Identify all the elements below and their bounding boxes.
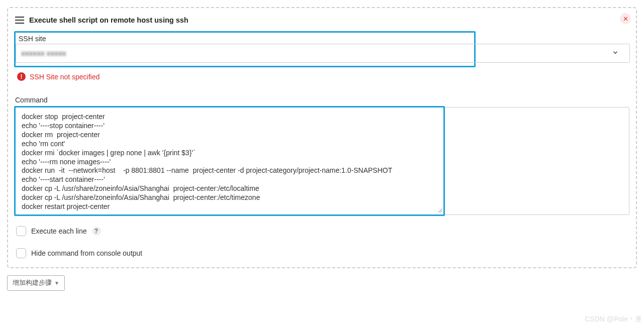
ssh-site-highlight: SSH site xxxxxx xxxxx <box>14 31 476 67</box>
execute-each-line-row: Execute each line ? <box>16 226 629 236</box>
panel-title: Execute shell script on remote host usin… <box>29 16 189 24</box>
panel-header: Execute shell script on remote host usin… <box>15 16 629 24</box>
drag-handle-icon[interactable] <box>15 17 24 24</box>
hide-command-label: Hide command from console output <box>31 249 142 257</box>
command-section: Command <box>15 96 629 215</box>
ssh-site-error: ! SSH Site not specified <box>17 72 629 81</box>
command-highlight <box>14 106 445 216</box>
command-outer <box>15 107 629 215</box>
hide-command-checkbox[interactable] <box>16 248 26 258</box>
ssh-site-select[interactable]: xxxxxx xxxxx <box>16 44 630 63</box>
close-icon[interactable]: ✕ <box>620 13 631 24</box>
execute-each-line-checkbox[interactable] <box>16 226 26 236</box>
build-step-panel: Execute shell script on remote host usin… <box>7 7 637 268</box>
error-text: SSH Site not specified <box>30 73 100 81</box>
help-icon[interactable]: ? <box>92 227 101 236</box>
error-icon: ! <box>17 72 26 81</box>
hide-command-row: Hide command from console output <box>16 248 629 258</box>
caret-down-icon: ▼ <box>54 280 59 286</box>
ssh-site-value: xxxxxx xxxxx <box>21 49 66 57</box>
execute-each-line-label: Execute each line <box>31 227 87 235</box>
command-label: Command <box>15 96 629 104</box>
ssh-site-label: SSH site <box>19 35 471 43</box>
watermark-text: CSDN @Pole丶逐 <box>585 315 642 324</box>
command-textarea[interactable] <box>16 107 442 213</box>
add-build-step-label: 增加构建步骤 <box>13 279 52 287</box>
add-build-step-button[interactable]: 增加构建步骤 ▼ <box>7 275 65 291</box>
